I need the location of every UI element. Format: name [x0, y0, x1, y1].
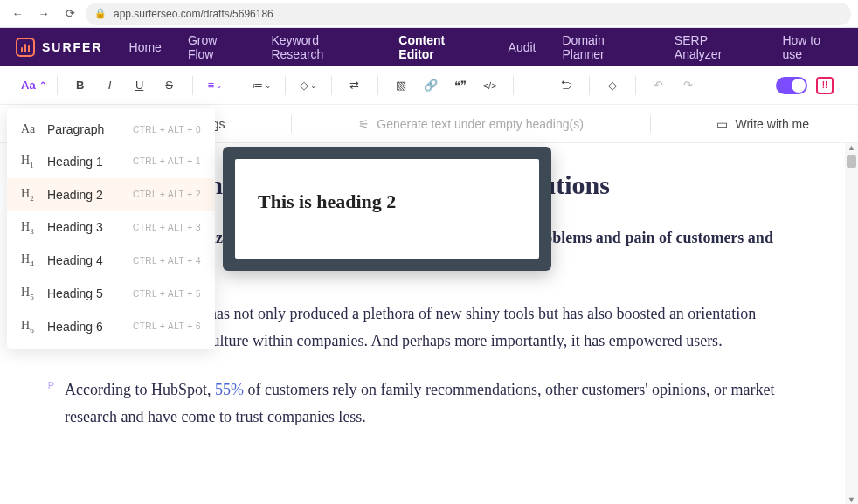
separator: [285, 76, 286, 95]
separator: [291, 115, 292, 133]
heading-label: Heading 5: [47, 287, 103, 300]
code-button[interactable]: </>: [478, 73, 502, 98]
forward-button[interactable]: →: [33, 3, 54, 24]
separator: [650, 115, 651, 133]
generate-icon: ⚟: [358, 117, 370, 131]
nav-audit[interactable]: Audit: [509, 40, 536, 54]
heading-shortcut: CTRL + ALT + 4: [133, 256, 201, 266]
heading-preview-tooltip: This is heading 2: [223, 147, 551, 271]
underline-button[interactable]: U: [128, 73, 152, 98]
dropdown-item-heading-1[interactable]: H1Heading 1CTRL + ALT + 1: [7, 145, 215, 178]
separator: [239, 76, 239, 95]
dropdown-item-paragraph[interactable]: AaParagraphCTRL + ALT + 0: [7, 114, 215, 145]
stop-button[interactable]: !!: [813, 73, 837, 98]
heading-label: Heading 2: [47, 188, 103, 202]
undo-button[interactable]: ↶: [647, 73, 671, 98]
highlight-button[interactable]: ◇ ⌄: [296, 73, 321, 98]
nav-serp-analyzer[interactable]: SERP Analyzer: [675, 33, 757, 61]
nav-domain-planner[interactable]: Domain Planner: [563, 33, 648, 61]
link-icon: 🔗: [424, 79, 438, 92]
heading-shortcut: CTRL + ALT + 1: [133, 156, 201, 166]
dropdown-item-heading-2[interactable]: H2Heading 2CTRL + ALT + 2: [7, 178, 215, 211]
heading-shortcut: CTRL + ALT + 2: [133, 190, 201, 199]
nav-grow-flow[interactable]: Grow Flow: [188, 33, 246, 61]
text-style-button[interactable]: Aa ⌃: [21, 73, 46, 98]
list-button[interactable]: ≔ ⌄: [250, 73, 274, 98]
surfer-top-nav: SURFER Home Grow Flow Keyword Research C…: [0, 28, 858, 66]
heading-ico: H3: [21, 220, 38, 236]
nav-how-to-use[interactable]: How to use: [782, 33, 842, 61]
scroll-down-arrow[interactable]: ▼: [847, 495, 856, 504]
bold-button[interactable]: B: [68, 73, 93, 98]
ai-write-with-me[interactable]: ▭ Write with me: [716, 117, 809, 131]
dropdown-item-heading-5[interactable]: H5Heading 5CTRL + ALT + 5: [7, 277, 215, 310]
dropdown-item-heading-6[interactable]: H6Heading 6CTRL + ALT + 6: [7, 310, 215, 343]
quote-icon: ❝❞: [454, 79, 467, 92]
image-icon: ▧: [396, 79, 406, 92]
dropdown-item-heading-4[interactable]: H4Heading 4CTRL + ALT + 4: [7, 244, 215, 277]
url-text: app.surferseo.com/drafts/5696186: [114, 8, 273, 20]
link-button[interactable]: 🔗: [419, 73, 443, 98]
write-icon: ▭: [716, 117, 728, 131]
chevron-down-icon: ⌄: [310, 81, 317, 90]
quote-button[interactable]: ❝❞: [448, 73, 473, 98]
heading-preview-text: This is heading 2: [235, 159, 539, 259]
heading-ico: H4: [21, 252, 38, 268]
editor-toolbar: Aa ⌃ B I U S ≡ ⌄ ≔ ⌄ ◇ ⌄ ⇄ ▧ 🔗 ❝❞ </> — …: [0, 66, 858, 105]
redo-button[interactable]: ↷: [676, 73, 701, 98]
heading-ico: H2: [21, 187, 38, 203]
aa-label: Aa: [21, 79, 36, 92]
ai-generate-label: Generate text under empty heading(s): [377, 117, 584, 131]
separator: [57, 76, 58, 95]
separator: [192, 76, 193, 95]
separator: [513, 76, 514, 95]
address-bar[interactable]: 🔒 app.surferseo.com/drafts/5696186: [86, 3, 851, 25]
separator: [589, 76, 590, 95]
heading-label: Heading 3: [47, 220, 103, 234]
surfer-logo[interactable]: SURFER: [16, 38, 103, 57]
ai-write-label: Write with me: [735, 117, 809, 131]
lock-icon: 🔒: [94, 8, 107, 19]
scrollbar[interactable]: ▲ ▼: [845, 143, 858, 504]
nav-home[interactable]: Home: [129, 40, 162, 54]
scroll-up-arrow[interactable]: ▲: [847, 143, 856, 152]
browser-chrome: ← → ⟳ 🔒 app.surferseo.com/drafts/5696186: [0, 0, 858, 28]
undo-format-button[interactable]: ⮌: [554, 73, 578, 98]
strike-button[interactable]: S: [157, 73, 182, 98]
heading-ico: H6: [21, 319, 38, 335]
heading-shortcut: CTRL + ALT + 3: [133, 223, 201, 232]
paragraph-3[interactable]: According to HubSpot, 55% of customers r…: [65, 376, 788, 432]
scrollbar-thumb[interactable]: [847, 155, 856, 168]
separator: [377, 76, 378, 95]
heading-shortcut: CTRL + ALT + 0: [133, 125, 201, 135]
heading-label: Heading 6: [47, 320, 103, 334]
logo-mark-icon: [16, 38, 35, 57]
separator: [635, 76, 636, 95]
align-button[interactable]: ≡ ⌄: [204, 73, 228, 98]
italic-button[interactable]: I: [98, 73, 122, 98]
insert-button[interactable]: ⇄: [343, 73, 367, 98]
heading-label: Heading 1: [47, 155, 103, 169]
ai-generate-text[interactable]: ⚟ Generate text under empty heading(s): [358, 117, 584, 131]
chevron-down-icon: ⌄: [265, 81, 272, 90]
separator: [331, 76, 332, 95]
link-55-percent[interactable]: 55%: [215, 381, 244, 398]
chevron-up-icon: ⌃: [39, 80, 46, 90]
text-style-dropdown: AaParagraphCTRL + ALT + 0H1Heading 1CTRL…: [7, 108, 215, 349]
dropdown-item-heading-3[interactable]: H3Heading 3CTRL + ALT + 3: [7, 211, 215, 245]
hr-button[interactable]: —: [524, 73, 549, 98]
reload-button[interactable]: ⟳: [59, 3, 80, 24]
nav-keyword-research[interactable]: Keyword Research: [271, 33, 372, 61]
back-button[interactable]: ←: [7, 3, 28, 24]
nav-content-editor[interactable]: Content Editor: [398, 33, 481, 61]
heading-ico: H1: [21, 154, 38, 169]
eraser-button[interactable]: ◇: [600, 73, 625, 98]
brand-text: SURFER: [42, 40, 103, 54]
heading-ico: Aa: [21, 122, 38, 136]
toggle-switch[interactable]: [776, 77, 807, 94]
heading-ico: H5: [21, 286, 38, 301]
heading-shortcut: CTRL + ALT + 6: [133, 321, 201, 331]
image-button[interactable]: ▧: [389, 73, 413, 98]
heading-label: Paragraph: [47, 122, 104, 136]
stop-icon: !!: [816, 77, 834, 94]
